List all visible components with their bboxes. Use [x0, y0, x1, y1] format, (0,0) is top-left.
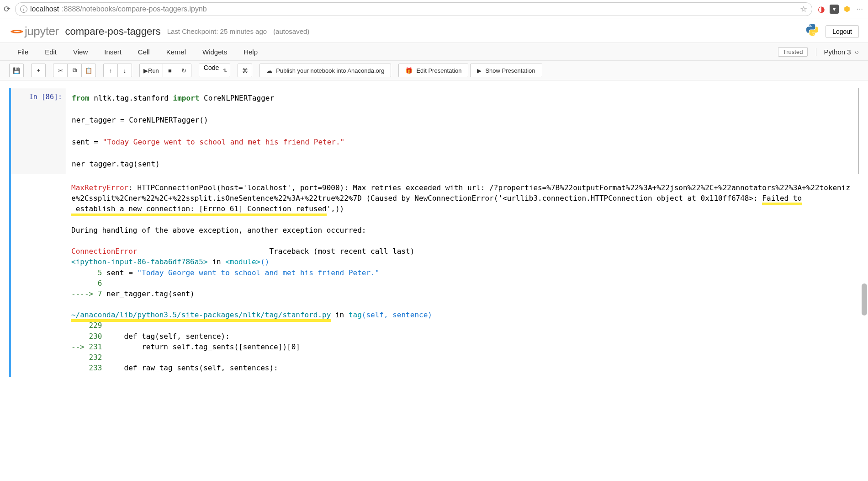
input-prompt: In [86]: — [11, 88, 66, 174]
output-cell: MaxRetryError: HTTPConnectionPool(host='… — [9, 174, 859, 377]
menu-widgets[interactable]: Widgets — [194, 44, 235, 59]
move-down-button[interactable]: ↓ — [117, 64, 132, 77]
error-name: MaxRetryError — [71, 183, 128, 192]
cut-button[interactable]: ✂ — [53, 64, 68, 77]
save-button[interactable]: 💾 — [9, 64, 24, 77]
insert-cell-button[interactable]: ＋ — [31, 64, 46, 77]
python-logo-icon — [805, 23, 819, 40]
menu-help[interactable]: Help — [235, 44, 266, 59]
paste-button[interactable]: 📋 — [81, 64, 96, 77]
logout-button[interactable]: Logout — [826, 25, 859, 38]
jupyter-brand-text: jupyter — [25, 24, 59, 38]
url-path: :8888/notebooks/compare-pos-taggers.ipyn… — [62, 5, 207, 13]
connection-error-name: ConnectionError — [71, 247, 138, 256]
highlighted-error-2: establish a new connection: [Errno 61] C… — [71, 203, 327, 214]
url-bar[interactable]: i localhost:8888/notebooks/compare-pos-t… — [15, 2, 812, 16]
jupyter-mark-icon — [9, 25, 22, 38]
notebook-container: In [86]: from nltk.tag.stanford import C… — [0, 80, 868, 377]
gift-icon: 🎁 — [405, 67, 413, 74]
browser-extensions: ◑ ▾ ⬢ ⋯ — [817, 5, 864, 14]
browser-toolbar: ⟳ i localhost:8888/notebooks/compare-pos… — [0, 0, 868, 18]
menu-bar: File Edit View Insert Cell Kernel Widget… — [0, 43, 868, 61]
url-host: localhost — [30, 5, 59, 13]
restart-button[interactable]: ↻ — [177, 64, 191, 77]
toolbar: 💾 ＋ ✂ ⧉ 📋 ↑ ↓ ▶ Run ■ ↻ Code ⌘ ☁Publish … — [0, 61, 868, 80]
code-input[interactable]: from nltk.tag.stanford import CoreNLPNER… — [66, 88, 858, 174]
menu-cell[interactable]: Cell — [130, 44, 158, 59]
extension-icon-2[interactable]: ▾ — [830, 5, 839, 14]
command-palette-button[interactable]: ⌘ — [238, 64, 252, 77]
notebook-header: jupyter compare-pos-taggers Last Checkpo… — [0, 18, 868, 43]
menu-file[interactable]: File — [9, 44, 37, 59]
copy-button[interactable]: ⧉ — [67, 64, 82, 77]
run-button[interactable]: ▶ Run — [139, 64, 163, 77]
celltype-select[interactable]: Code — [199, 64, 230, 77]
cloud-upload-icon: ☁ — [266, 67, 272, 74]
interrupt-button[interactable]: ■ — [163, 64, 177, 77]
jupyter-logo[interactable]: jupyter — [9, 24, 59, 38]
menu-edit[interactable]: Edit — [37, 44, 65, 59]
move-up-button[interactable]: ↑ — [103, 64, 118, 77]
highlighted-filepath: ~/anaconda/lib/python3.5/site-packages/n… — [71, 310, 331, 320]
publish-button[interactable]: ☁Publish your notebook into Anaconda.org — [259, 64, 391, 77]
bookmark-star-icon[interactable]: ☆ — [800, 4, 807, 14]
menu-view[interactable]: View — [65, 44, 96, 59]
kernel-name[interactable]: Python 3 ○ — [816, 48, 859, 56]
extension-icon-4[interactable]: ⋯ — [855, 5, 864, 14]
highlighted-error-1: Failed to — [762, 193, 802, 203]
menu-kernel[interactable]: Kernel — [158, 44, 194, 59]
checkpoint-text: Last Checkpoint: 25 minutes ago — [167, 27, 267, 35]
output-area[interactable]: MaxRetryError: HTTPConnectionPool(host='… — [66, 174, 859, 377]
site-info-icon[interactable]: i — [20, 5, 27, 13]
menu-insert[interactable]: Insert — [96, 44, 130, 59]
reload-icon[interactable]: ⟳ — [4, 4, 11, 14]
scrollbar-thumb[interactable] — [862, 283, 867, 315]
extension-icon-3[interactable]: ⬢ — [842, 5, 852, 14]
edit-presentation-button[interactable]: 🎁Edit Presentation — [398, 64, 468, 77]
code-cell[interactable]: In [86]: from nltk.tag.stanford import C… — [9, 88, 859, 174]
show-presentation-button[interactable]: ▶Show Presentation — [470, 64, 542, 77]
autosaved-text: (autosaved) — [273, 27, 309, 35]
extension-icon-1[interactable]: ◑ — [817, 5, 826, 14]
trusted-indicator[interactable]: Trusted — [778, 47, 808, 57]
notebook-name[interactable]: compare-pos-taggers — [65, 26, 161, 37]
play-icon: ▶ — [477, 67, 482, 74]
